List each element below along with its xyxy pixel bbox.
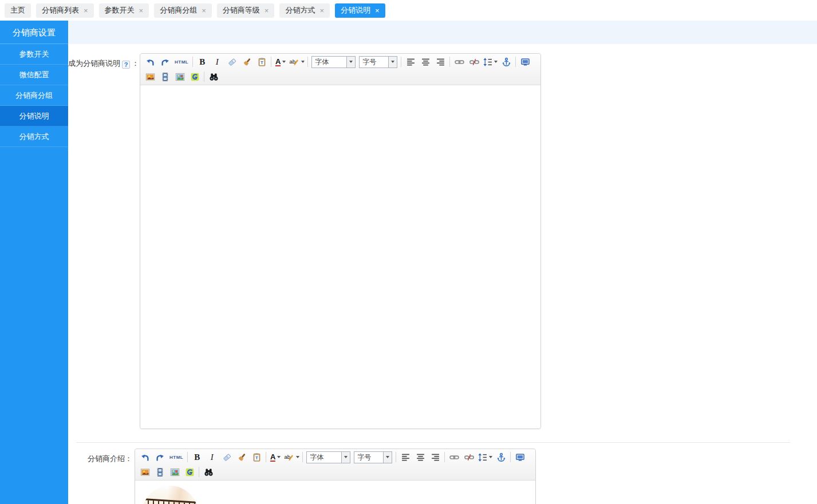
align-left-button[interactable] [403, 55, 418, 69]
undo-button[interactable] [137, 450, 152, 464]
toolbar-row [143, 69, 538, 84]
brush-button[interactable] [239, 55, 254, 69]
fullscreen-button[interactable] [512, 450, 527, 464]
become-distributor-note-editor-content[interactable] [140, 85, 540, 428]
tab-home[interactable]: 主页 [5, 3, 31, 18]
align-center-button[interactable] [413, 450, 428, 464]
tab-distributor-level[interactable]: 分销商等级× [217, 3, 275, 18]
redo-button[interactable] [152, 450, 167, 464]
paste-text-button[interactable]: T [249, 450, 264, 464]
unlink-button[interactable] [467, 55, 481, 69]
distributor-intro-editor-content[interactable] [135, 481, 535, 504]
sidebar-item-distributor-group[interactable]: 分销商分组 [0, 85, 68, 106]
tab-distribution-description[interactable]: 分销说明× [335, 3, 385, 18]
italic-icon: I [216, 57, 219, 67]
album-button[interactable] [172, 70, 187, 84]
undo-button[interactable] [143, 55, 157, 69]
tab-distributor-list[interactable]: 分销商列表× [36, 3, 94, 18]
font-family-select[interactable]: 字体 [311, 56, 356, 68]
toolbar-separator [271, 57, 271, 67]
link-button[interactable] [447, 450, 461, 464]
sidebar-item-distribution-method[interactable]: 分销方式 [0, 126, 68, 147]
sidebar-item-distribution-description[interactable]: 分销说明 [0, 106, 68, 126]
html-source-icon: HTML [173, 59, 190, 65]
link-button[interactable] [452, 55, 467, 69]
bridge-photo-image[interactable] [142, 486, 198, 504]
tab-close-icon[interactable]: × [319, 7, 324, 14]
toolbar-separator [307, 57, 308, 67]
sidebar-title[interactable]: 分销商设置 [0, 21, 68, 44]
align-right-button[interactable] [428, 450, 443, 464]
hilitecolor-button[interactable]: ab [288, 55, 306, 69]
redo-button[interactable] [157, 55, 172, 69]
image-icon [140, 467, 150, 477]
align-left-button[interactable] [398, 450, 413, 464]
bold-button[interactable]: B [195, 55, 210, 69]
bold-button[interactable]: B [190, 450, 204, 464]
forecolor-button[interactable]: A [268, 450, 283, 464]
paste-text-button[interactable]: T [254, 55, 269, 69]
chevron-down-icon[interactable] [383, 452, 392, 463]
tab-close-icon[interactable]: × [265, 7, 269, 14]
tab-close-icon[interactable]: × [139, 7, 144, 14]
flash-button[interactable] [187, 70, 202, 84]
font-family-select-value: 字体 [312, 57, 346, 67]
align-center-icon [421, 57, 431, 67]
tab-close-icon[interactable]: × [84, 7, 88, 14]
media-icon [160, 72, 170, 82]
media-button[interactable] [157, 70, 172, 84]
italic-button[interactable]: I [210, 55, 224, 69]
become-distributor-note-editor: HTMLBITAab字体字号 [140, 53, 541, 429]
chevron-down-icon[interactable] [341, 452, 350, 463]
media-button[interactable] [152, 465, 167, 479]
search-button[interactable] [201, 465, 216, 479]
eraser-button[interactable] [224, 55, 239, 69]
album-icon [175, 72, 185, 82]
font-family-select[interactable]: 字体 [306, 451, 350, 463]
line-height-button[interactable] [481, 55, 499, 69]
distributor-intro-editor: HTMLBITAab字体字号 [135, 449, 536, 504]
align-center-button[interactable] [418, 55, 433, 69]
font-size-select-value: 字号 [354, 453, 383, 462]
forecolor-button[interactable]: A [273, 55, 288, 69]
search-icon [209, 72, 219, 82]
unlink-button[interactable] [461, 450, 476, 464]
html-button[interactable]: HTML [167, 450, 185, 464]
hilitecolor-icon: ab [289, 57, 299, 66]
chevron-down-icon[interactable] [388, 57, 397, 68]
anchor-icon [502, 57, 511, 67]
anchor-button[interactable] [499, 55, 514, 69]
font-size-select[interactable]: 字号 [354, 451, 392, 463]
align-center-icon [416, 453, 425, 462]
fullscreen-button[interactable] [518, 55, 532, 69]
sidebar-item-param-switch[interactable]: 参数开关 [0, 44, 68, 65]
hilitecolor-button[interactable]: ab [283, 450, 301, 464]
flash-button[interactable] [182, 465, 197, 479]
image-button[interactable] [137, 465, 152, 479]
html-button[interactable]: HTML [172, 55, 191, 69]
font-size-select[interactable]: 字号 [359, 56, 397, 68]
italic-button[interactable]: I [204, 450, 219, 464]
link-icon [455, 57, 464, 67]
field-row-become-distributor-note: 成为分销商说明?： HTMLBITAab字体字号 [68, 53, 817, 429]
tab-distributor-group[interactable]: 分销商分组× [154, 3, 212, 18]
font-family-select-value: 字体 [307, 453, 341, 462]
tab-distribution-method[interactable]: 分销方式× [279, 3, 330, 18]
tab-close-icon[interactable]: × [375, 7, 380, 14]
paste-text-icon: T [252, 453, 262, 462]
sidebar-item-wechat-config[interactable]: 微信配置 [0, 65, 68, 85]
tab-close-icon[interactable]: × [202, 7, 206, 14]
align-right-button[interactable] [433, 55, 448, 69]
colon: ： [132, 59, 139, 68]
chevron-down-icon[interactable] [346, 57, 355, 68]
album-button[interactable] [167, 465, 182, 479]
line-height-button[interactable] [476, 450, 494, 464]
tab-label: 主页 [10, 5, 25, 15]
help-icon[interactable]: ? [122, 61, 130, 69]
tab-param-switch[interactable]: 参数开关× [99, 3, 149, 18]
search-button[interactable] [206, 70, 221, 84]
image-button[interactable] [143, 70, 157, 84]
eraser-button[interactable] [219, 450, 234, 464]
anchor-button[interactable] [494, 450, 508, 464]
brush-button[interactable] [234, 450, 249, 464]
